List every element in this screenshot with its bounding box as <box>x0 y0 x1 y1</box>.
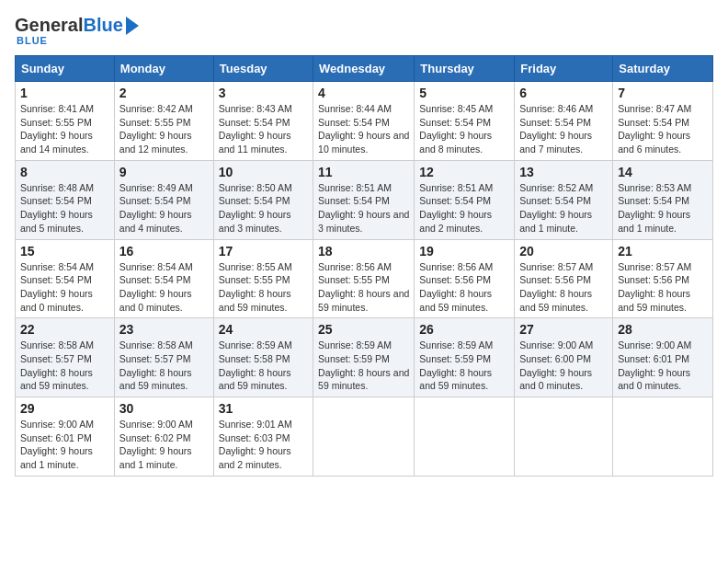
calendar-cell: 26Sunrise: 8:59 AMSunset: 5:59 PMDayligh… <box>415 318 515 397</box>
day-info: Sunrise: 8:55 AMSunset: 5:55 PMDaylight:… <box>219 260 308 315</box>
day-number: 25 <box>318 322 409 337</box>
calendar-cell: 23Sunrise: 8:58 AMSunset: 5:57 PMDayligh… <box>114 318 213 397</box>
calendar-cell: 13Sunrise: 8:52 AMSunset: 5:54 PMDayligh… <box>515 160 613 239</box>
calendar-table: SundayMondayTuesdayWednesdayThursdayFrid… <box>15 55 713 477</box>
calendar-week-row: 1Sunrise: 8:41 AMSunset: 5:55 PMDaylight… <box>16 82 713 161</box>
day-number: 13 <box>519 165 608 179</box>
calendar-cell <box>415 397 515 477</box>
calendar-cell <box>313 397 415 477</box>
day-number: 1 <box>20 86 109 100</box>
day-number: 11 <box>318 165 409 179</box>
day-info: Sunrise: 8:52 AMSunset: 5:54 PMDaylight:… <box>519 181 608 236</box>
calendar-cell: 16Sunrise: 8:54 AMSunset: 5:54 PMDayligh… <box>114 239 213 318</box>
day-number: 8 <box>20 165 109 179</box>
day-info: Sunrise: 8:48 AMSunset: 5:54 PMDaylight:… <box>20 181 109 236</box>
day-number: 31 <box>219 401 308 416</box>
calendar-cell: 19Sunrise: 8:56 AMSunset: 5:56 PMDayligh… <box>415 239 515 318</box>
day-info: Sunrise: 8:50 AMSunset: 5:54 PMDaylight:… <box>219 181 308 236</box>
calendar-cell: 24Sunrise: 8:59 AMSunset: 5:58 PMDayligh… <box>213 318 313 397</box>
day-info: Sunrise: 9:00 AMSunset: 6:02 PMDaylight:… <box>119 418 209 472</box>
calendar-cell: 10Sunrise: 8:50 AMSunset: 5:54 PMDayligh… <box>213 160 313 239</box>
day-info: Sunrise: 8:51 AMSunset: 5:54 PMDaylight:… <box>419 181 509 236</box>
calendar-cell: 6Sunrise: 8:46 AMSunset: 5:54 PMDaylight… <box>515 82 613 161</box>
weekday-header: Tuesday <box>213 56 313 82</box>
day-info: Sunrise: 8:51 AMSunset: 5:54 PMDaylight:… <box>318 181 409 236</box>
day-info: Sunrise: 8:44 AMSunset: 5:54 PMDaylight:… <box>318 102 409 156</box>
day-number: 26 <box>419 322 509 337</box>
calendar-header-row: SundayMondayTuesdayWednesdayThursdayFrid… <box>16 56 713 82</box>
day-number: 6 <box>519 86 608 100</box>
day-number: 4 <box>318 86 409 100</box>
day-info: Sunrise: 8:41 AMSunset: 5:55 PMDaylight:… <box>20 102 109 156</box>
calendar-cell: 14Sunrise: 8:53 AMSunset: 5:54 PMDayligh… <box>613 160 713 239</box>
day-number: 24 <box>219 322 308 337</box>
day-number: 9 <box>119 165 209 179</box>
weekday-header: Saturday <box>613 56 713 82</box>
calendar-cell: 12Sunrise: 8:51 AMSunset: 5:54 PMDayligh… <box>415 160 515 239</box>
day-info: Sunrise: 8:56 AMSunset: 5:56 PMDaylight:… <box>419 260 509 315</box>
day-info: Sunrise: 8:42 AMSunset: 5:55 PMDaylight:… <box>119 102 209 156</box>
calendar-cell: 3Sunrise: 8:43 AMSunset: 5:54 PMDaylight… <box>213 82 313 161</box>
calendar-cell: 2Sunrise: 8:42 AMSunset: 5:55 PMDaylight… <box>114 82 213 161</box>
calendar-cell: 31Sunrise: 9:01 AMSunset: 6:03 PMDayligh… <box>213 397 313 477</box>
calendar-cell: 8Sunrise: 8:48 AMSunset: 5:54 PMDaylight… <box>16 160 115 239</box>
day-number: 23 <box>119 322 209 337</box>
weekday-header: Thursday <box>415 56 515 82</box>
day-info: Sunrise: 9:00 AMSunset: 6:00 PMDaylight:… <box>519 339 608 393</box>
day-info: Sunrise: 8:59 AMSunset: 5:59 PMDaylight:… <box>318 339 409 393</box>
calendar-week-row: 22Sunrise: 8:58 AMSunset: 5:57 PMDayligh… <box>16 318 713 397</box>
day-info: Sunrise: 8:54 AMSunset: 5:54 PMDaylight:… <box>20 260 109 315</box>
day-info: Sunrise: 8:47 AMSunset: 5:54 PMDaylight:… <box>618 102 708 156</box>
calendar-cell: 17Sunrise: 8:55 AMSunset: 5:55 PMDayligh… <box>213 239 313 318</box>
logo: GeneralBlue BLUE <box>15 15 139 46</box>
day-number: 28 <box>618 322 708 337</box>
header: GeneralBlue BLUE <box>15 15 713 46</box>
day-number: 5 <box>419 86 509 100</box>
day-number: 22 <box>20 322 109 337</box>
calendar-cell: 30Sunrise: 9:00 AMSunset: 6:02 PMDayligh… <box>114 397 213 477</box>
calendar-cell: 28Sunrise: 9:00 AMSunset: 6:01 PMDayligh… <box>613 318 713 397</box>
day-info: Sunrise: 8:53 AMSunset: 5:54 PMDaylight:… <box>618 181 708 236</box>
calendar-week-row: 29Sunrise: 9:00 AMSunset: 6:01 PMDayligh… <box>16 397 713 477</box>
weekday-header: Sunday <box>16 56 115 82</box>
day-info: Sunrise: 8:49 AMSunset: 5:54 PMDaylight:… <box>119 181 209 236</box>
day-info: Sunrise: 9:01 AMSunset: 6:03 PMDaylight:… <box>219 418 308 472</box>
weekday-header: Monday <box>114 56 213 82</box>
day-number: 15 <box>20 244 109 259</box>
day-number: 29 <box>20 401 109 416</box>
calendar-cell: 21Sunrise: 8:57 AMSunset: 5:56 PMDayligh… <box>613 239 713 318</box>
day-number: 30 <box>119 401 209 416</box>
day-number: 20 <box>519 244 608 259</box>
calendar-cell: 20Sunrise: 8:57 AMSunset: 5:56 PMDayligh… <box>515 239 613 318</box>
day-number: 19 <box>419 244 509 259</box>
day-info: Sunrise: 9:00 AMSunset: 6:01 PMDaylight:… <box>20 418 109 472</box>
logo-blue-text: Blue <box>83 15 122 35</box>
day-number: 12 <box>419 165 509 179</box>
day-number: 10 <box>219 165 308 179</box>
day-info: Sunrise: 8:59 AMSunset: 5:58 PMDaylight:… <box>219 339 308 393</box>
calendar-cell: 1Sunrise: 8:41 AMSunset: 5:55 PMDaylight… <box>16 82 115 161</box>
calendar-cell: 22Sunrise: 8:58 AMSunset: 5:57 PMDayligh… <box>16 318 115 397</box>
day-number: 3 <box>219 86 308 100</box>
calendar-cell: 25Sunrise: 8:59 AMSunset: 5:59 PMDayligh… <box>313 318 415 397</box>
day-info: Sunrise: 8:57 AMSunset: 5:56 PMDaylight:… <box>519 260 608 315</box>
day-number: 7 <box>618 86 708 100</box>
calendar-cell: 29Sunrise: 9:00 AMSunset: 6:01 PMDayligh… <box>16 397 115 477</box>
calendar-cell: 27Sunrise: 9:00 AMSunset: 6:00 PMDayligh… <box>515 318 613 397</box>
day-number: 14 <box>618 165 708 179</box>
calendar-cell: 9Sunrise: 8:49 AMSunset: 5:54 PMDaylight… <box>114 160 213 239</box>
calendar-cell: 15Sunrise: 8:54 AMSunset: 5:54 PMDayligh… <box>16 239 115 318</box>
day-info: Sunrise: 8:57 AMSunset: 5:56 PMDaylight:… <box>618 260 708 315</box>
day-info: Sunrise: 8:56 AMSunset: 5:55 PMDaylight:… <box>318 260 409 315</box>
calendar-week-row: 15Sunrise: 8:54 AMSunset: 5:54 PMDayligh… <box>16 239 713 318</box>
day-number: 21 <box>618 244 708 259</box>
day-info: Sunrise: 8:45 AMSunset: 5:54 PMDaylight:… <box>419 102 509 156</box>
calendar-cell: 18Sunrise: 8:56 AMSunset: 5:55 PMDayligh… <box>313 239 415 318</box>
calendar-cell <box>515 397 613 477</box>
day-info: Sunrise: 8:46 AMSunset: 5:54 PMDaylight:… <box>519 102 608 156</box>
weekday-header: Friday <box>515 56 613 82</box>
calendar-cell: 11Sunrise: 8:51 AMSunset: 5:54 PMDayligh… <box>313 160 415 239</box>
day-number: 18 <box>318 244 409 259</box>
calendar-cell: 5Sunrise: 8:45 AMSunset: 5:54 PMDaylight… <box>415 82 515 161</box>
logo-arrow-icon <box>126 17 139 35</box>
